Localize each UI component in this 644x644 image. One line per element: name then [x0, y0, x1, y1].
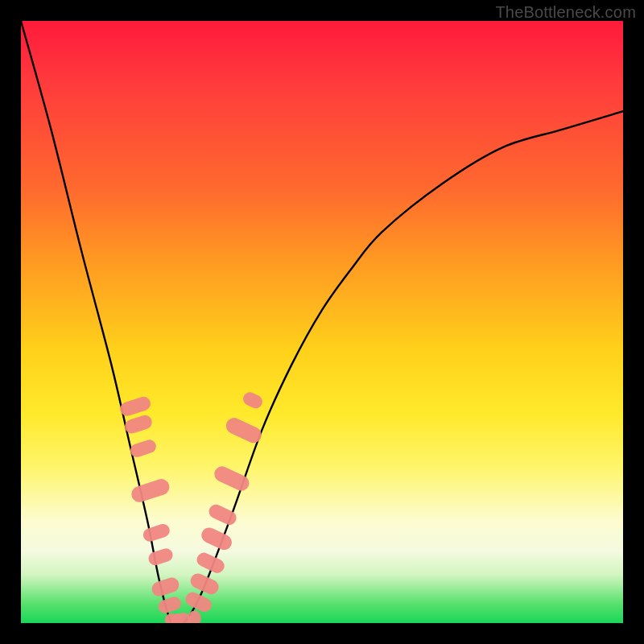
marker-blob: [147, 547, 174, 567]
marker-blob: [129, 438, 158, 459]
watermark-text: TheBottleneck.com: [495, 3, 636, 22]
marker-blob: [130, 477, 171, 505]
marker-blob: [224, 415, 264, 446]
marker-blob: [212, 464, 251, 493]
curve-line: [21, 21, 623, 623]
marker-blob: [157, 595, 183, 615]
plot-area: [21, 21, 623, 623]
marker-blob: [188, 611, 200, 623]
marker-blob: [118, 395, 152, 418]
marker-blob: [123, 414, 154, 436]
marker-blob: [150, 576, 180, 598]
marker-blob: [241, 390, 264, 411]
scatter-markers: [118, 390, 265, 623]
marker-blob: [199, 525, 234, 552]
marker-blob: [142, 522, 171, 543]
chart-frame: TheBottleneck.com: [0, 0, 644, 644]
bottleneck-curve: [21, 21, 623, 623]
